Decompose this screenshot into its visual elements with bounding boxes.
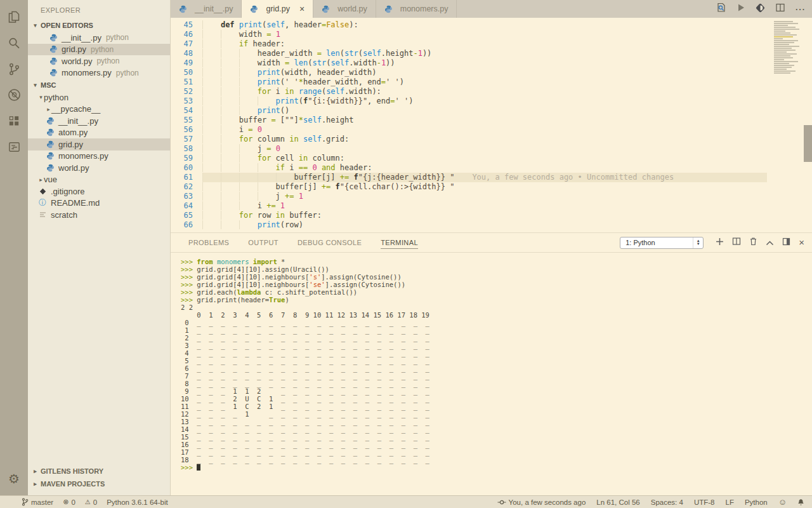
debug-icon[interactable]	[0, 82, 28, 108]
problem-count[interactable]: ⊗0	[63, 498, 75, 506]
file-name: grid.py	[62, 44, 86, 54]
terminal-select[interactable]: 1: Python ▲▼	[620, 237, 704, 249]
code-line: 61 buffer[j] += f"{j:{header_width}} "Yo…	[171, 173, 812, 182]
open-editors-header[interactable]: ▾OPEN EDITORS	[28, 19, 170, 32]
line-number: 55	[171, 116, 202, 125]
tree-item-monomers-py[interactable]: monomers.py	[28, 150, 170, 163]
grid-row: 14 _ _ _ _ _ _ _ _ _ _ _ _ _ _ _ _ _ _ _…	[181, 425, 812, 433]
explorer-icon[interactable]	[0, 4, 28, 30]
section-maven-projects[interactable]: ▸MAVEN PROJECTS	[28, 478, 170, 490]
blame-status[interactable]: You, a few seconds ago	[497, 498, 586, 506]
panel-tab-problems[interactable]: PROBLEMS	[188, 233, 229, 252]
minimap[interactable]	[774, 20, 802, 74]
project-header[interactable]: ▾MSC	[28, 79, 170, 91]
panel-header: PROBLEMSOUTPUTDEBUG CONSOLETERMINAL 1: P…	[171, 233, 812, 253]
panel-tab-output[interactable]: OUTPUT	[248, 233, 278, 252]
python-interpreter[interactable]: Python 3.6.1 64-bit	[107, 498, 168, 506]
line-number: 63	[171, 192, 202, 201]
grid-row: 6 _ _ _ _ _ _ _ _ _ _ _ _ _ _ _ _ _ _ _ …	[181, 364, 812, 372]
tab-grid.py[interactable]: grid.py×	[242, 0, 313, 18]
panel-tab-debug-console[interactable]: DEBUG CONSOLE	[298, 233, 362, 252]
split-terminal-icon[interactable]	[732, 237, 741, 248]
tree-item-scratch[interactable]: scratch	[28, 209, 170, 221]
editor-scrollbar[interactable]	[804, 125, 812, 162]
kill-terminal-icon[interactable]	[749, 237, 757, 248]
tab-label: grid.py	[266, 4, 290, 13]
tree-item-label: grid.py	[58, 140, 83, 149]
more-actions-icon[interactable]: ⋯	[795, 3, 806, 15]
tree-item--pycache-[interactable]: ▸__pycache__	[28, 104, 170, 116]
search-icon[interactable]	[0, 30, 28, 56]
file-language-label: python	[116, 69, 139, 77]
language-mode[interactable]: Python	[745, 498, 768, 506]
tree-item--gitignore[interactable]: .gitignore	[28, 185, 170, 197]
open-editor-item[interactable]: world.pypython	[28, 55, 170, 67]
tab-__init__.py[interactable]: __init__.py	[171, 0, 242, 18]
tree-item--init-py[interactable]: __init__.py	[28, 115, 170, 127]
eol[interactable]: LF	[725, 498, 733, 506]
status-right: You, a few seconds agoLn 61, Col 56Space…	[487, 497, 804, 507]
terminal-line: >>> grid.grid[4][10].neighbours['s'].ass…	[181, 273, 812, 281]
file-language-label: python	[91, 45, 114, 54]
errors-icon: ⊗	[63, 498, 69, 506]
maximize-panel-icon[interactable]	[782, 237, 790, 248]
line-number: 54	[171, 106, 202, 116]
chevron-down-icon: ▾	[32, 22, 38, 29]
file-name: monomers.py	[62, 68, 112, 77]
close-tab-icon[interactable]: ×	[299, 4, 304, 13]
terminal-line: >>> grid.print(header=True)	[181, 296, 812, 304]
cursor-position[interactable]: Ln 61, Col 56	[596, 498, 639, 506]
open-changes-icon[interactable]	[716, 2, 727, 16]
code-line: 47 if header:	[171, 39, 812, 49]
section-gitlens-history[interactable]: ▸GITLENS HISTORY	[28, 465, 170, 478]
tree-item-grid-py[interactable]: grid.py	[28, 138, 170, 150]
tab-monomers.py[interactable]: monomers.py	[376, 0, 457, 18]
tree-item-world-py[interactable]: world.py	[28, 162, 170, 174]
gitlens-history-icon[interactable]	[0, 134, 28, 160]
grid-row: 15 _ _ _ _ _ _ _ _ _ _ _ _ _ _ _ _ _ _ _…	[181, 433, 812, 441]
line-number: 51	[171, 77, 202, 87]
editor-group: __init__.pygrid.py×world.pymonomers.py ⋯…	[171, 0, 812, 495]
code-line: 55 buffer = [""]*self.height	[171, 116, 812, 125]
tree-item-python[interactable]: ▾python	[28, 91, 170, 104]
tree-item-atom-py[interactable]: atom.py	[28, 127, 170, 139]
terminal-prompt: >>>	[181, 464, 812, 471]
line-number: 64	[171, 201, 202, 211]
tree-item-label: vue	[44, 175, 57, 184]
open-editor-item[interactable]: monomers.pypython	[28, 67, 170, 79]
indentation[interactable]: Spaces: 4	[651, 498, 683, 506]
new-terminal-icon[interactable]	[716, 237, 724, 248]
line-number: 60	[171, 163, 202, 173]
tab-world.py[interactable]: world.py	[313, 0, 376, 18]
tree-item-README-md[interactable]: ⓘREADME.md	[28, 197, 170, 210]
sidebar-title: EXPLORER	[28, 0, 170, 19]
gear-icon[interactable]: ⚙	[8, 471, 20, 486]
workbench: ⚙ EXPLORER ▾OPEN EDITORS __init__.pypyth…	[0, 0, 812, 495]
close-panel-icon[interactable]: ×	[799, 237, 804, 248]
gitlens-icon[interactable]	[755, 3, 766, 16]
git-branch-status[interactable]: master	[22, 498, 53, 506]
tabs: __init__.pygrid.py×world.pymonomers.py	[171, 0, 457, 18]
source-control-icon[interactable]	[0, 56, 28, 82]
code-editor[interactable]: 45 def print(self, header=False):46 widt…	[171, 18, 812, 233]
split-editor-icon[interactable]	[775, 3, 785, 15]
chevron-up-icon[interactable]	[766, 237, 774, 248]
code-line: 46 width = 1	[171, 30, 812, 39]
file-tree: ▾python▸__pycache____init__.pyatom.pygri…	[28, 91, 170, 221]
tree-item-label: monomers.py	[58, 151, 108, 161]
grid-row: 8 _ _ _ _ _ _ _ _ _ _ _ _ _ _ _ _ _ _ _ …	[181, 380, 812, 387]
terminal-line: 2 2	[181, 304, 812, 311]
open-editor-item[interactable]: grid.pypython	[28, 44, 170, 56]
feedback-smiley-icon[interactable]: ☺	[778, 497, 787, 507]
chevron-down-icon: ▾	[32, 82, 38, 88]
file-name: __init__.py	[62, 33, 102, 43]
run-icon[interactable]	[737, 3, 745, 15]
encoding[interactable]: UTF-8	[694, 498, 715, 506]
bell-icon[interactable]	[797, 498, 804, 506]
problem-count[interactable]: ⚠0	[85, 498, 97, 506]
terminal[interactable]: >>> from monomers import *>>> grid.grid[…	[171, 253, 812, 495]
panel-tab-terminal[interactable]: TERMINAL	[381, 233, 418, 252]
open-editor-item[interactable]: __init__.pypython	[28, 32, 170, 44]
extensions-icon[interactable]	[0, 108, 28, 134]
tree-item-vue[interactable]: ▸vue	[28, 174, 170, 186]
